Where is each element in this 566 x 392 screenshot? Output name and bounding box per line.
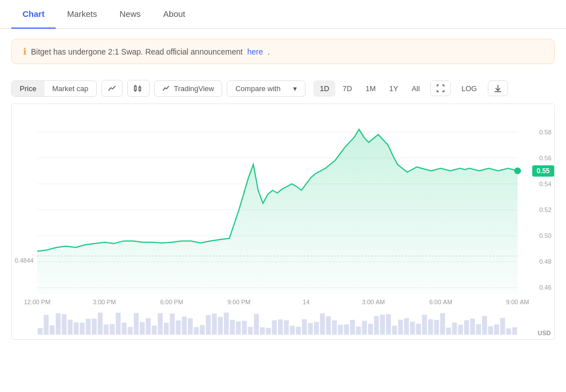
tab-markets[interactable]: Markets [56, 0, 108, 29]
tab-bar: Chart Markets News About [0, 0, 566, 29]
time-1m[interactable]: 1M [360, 80, 382, 97]
compare-button[interactable]: Compare with ▾ [227, 80, 306, 97]
announcement-banner: ℹ Bitget has undergone 2:1 Swap. Read of… [11, 39, 555, 64]
market-cap-button[interactable]: Market cap [44, 81, 96, 96]
time-7d[interactable]: 7D [336, 80, 358, 97]
chevron-down-icon: ▾ [293, 84, 297, 93]
line-chart-icon-button[interactable] [101, 80, 123, 97]
chart-container: 0.55 0.4844 USD [11, 103, 555, 340]
usd-label: USD [538, 330, 551, 336]
announcement-link[interactable]: here [247, 47, 263, 56]
svg-rect-3 [139, 87, 141, 91]
current-price-badge: 0.55 [532, 165, 554, 177]
info-icon: ℹ [23, 46, 26, 57]
fullscreen-button[interactable] [430, 80, 451, 96]
tradingview-button[interactable]: TradingView [154, 80, 223, 97]
line-chart-icon [107, 84, 116, 93]
tab-about[interactable]: About [152, 0, 196, 29]
tradingview-icon [163, 84, 170, 92]
time-1y[interactable]: 1Y [383, 80, 405, 97]
time-all[interactable]: All [406, 80, 426, 97]
tab-news[interactable]: News [109, 0, 152, 29]
tradingview-label: TradingView [174, 84, 214, 93]
price-chart[interactable] [12, 104, 554, 339]
candlestick-icon [133, 84, 143, 93]
announcement-period: . [267, 47, 269, 56]
download-button[interactable] [488, 80, 508, 96]
svg-rect-0 [134, 86, 136, 91]
compare-label: Compare with [235, 84, 280, 93]
candlestick-icon-button[interactable] [127, 80, 150, 97]
time-1d[interactable]: 1D [313, 80, 335, 97]
price-marketcap-toggle: Price Market cap [11, 80, 97, 97]
download-icon [494, 84, 502, 92]
min-price-label: 0.4844 [15, 257, 34, 264]
chart-toolbar: Price Market cap TradingView Compare wit… [0, 74, 566, 103]
tab-chart[interactable]: Chart [11, 0, 56, 29]
fullscreen-icon [437, 84, 444, 92]
price-button[interactable]: Price [12, 81, 44, 96]
time-period-group: 1D 7D 1M 1Y All [313, 80, 426, 97]
announcement-text: Bitget has undergone 2:1 Swap. Read offi… [31, 47, 242, 56]
log-button[interactable]: LOG [455, 80, 483, 97]
